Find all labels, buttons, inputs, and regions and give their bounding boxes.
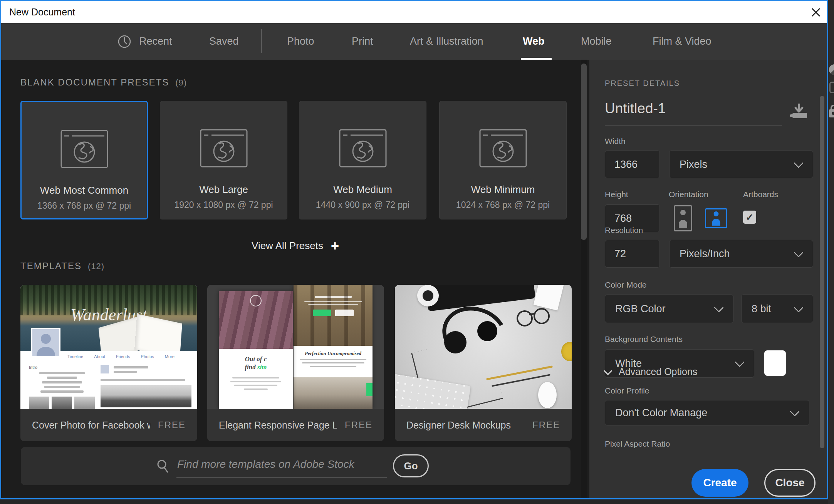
- advanced-options-toggle[interactable]: Advanced Options: [605, 366, 697, 377]
- orientation-label: Orientation: [669, 190, 708, 199]
- tab-label: Print: [352, 35, 373, 47]
- background-color-swatch[interactable]: [764, 350, 786, 376]
- tab-recent[interactable]: Recent: [117, 23, 172, 60]
- preset-card-web-medium[interactable]: Web Medium 1440 x 900 px @ 72 ppi: [299, 101, 426, 219]
- check-icon: ✓: [746, 212, 754, 223]
- save-preset-icon[interactable]: [789, 104, 809, 120]
- tab-label: Art & Illustration: [410, 35, 483, 47]
- create-label: Create: [703, 477, 737, 489]
- template-caption: Cover Photo for Facebook with I... FREE: [20, 409, 197, 441]
- tab-art-illustration[interactable]: Art & Illustration: [410, 23, 483, 60]
- template-title: Elegant Responsive Page Layout: [219, 420, 337, 431]
- tab-saved[interactable]: Saved: [209, 23, 239, 60]
- preset-dimensions: 1440 x 900 px @ 72 ppi: [316, 200, 409, 210]
- chevron-down-icon: [794, 158, 803, 168]
- dialog-title: New Document: [9, 7, 75, 18]
- preset-card-web-minimum[interactable]: Web Minimum 1024 x 768 px @ 72 ppi: [439, 101, 567, 219]
- thumbnail-serif-accent: sim: [257, 363, 267, 371]
- width-input[interactable]: [605, 151, 660, 178]
- template-card-designer-desk[interactable]: Designer Desk Mockups FREE: [395, 285, 572, 441]
- preset-card-web-most-common[interactable]: Web Most Common 1366 x 768 px @ 72 ppi: [20, 101, 148, 219]
- template-title: Cover Photo for Facebook with I...: [32, 420, 150, 431]
- chevron-down-icon: [735, 357, 744, 367]
- width-unit-value: Pixels: [680, 159, 707, 171]
- bit-depth-dropdown[interactable]: 8 bit: [741, 295, 813, 323]
- create-button[interactable]: Create: [691, 469, 748, 497]
- screen: New Document Recent Saved Photo Print Ar…: [0, 0, 834, 504]
- search-icon: [156, 459, 170, 474]
- tab-photo[interactable]: Photo: [287, 23, 314, 60]
- chevron-down-icon: [794, 303, 803, 312]
- preset-details-header: PRESET DETAILS: [605, 79, 680, 88]
- portrait-person-icon: [679, 220, 687, 228]
- template-card-elegant-responsive[interactable]: Perfection Uncompromised Out of c find s…: [207, 285, 384, 441]
- nav-item: More: [165, 354, 175, 359]
- close-dialog-button[interactable]: [808, 4, 824, 20]
- dialog-titlebar: New Document: [1, 1, 827, 23]
- resolution-unit-value: Pixels/Inch: [680, 248, 730, 260]
- orientation-landscape-button[interactable]: [705, 208, 727, 228]
- close-icon: [811, 7, 821, 17]
- panel-frame-icon: [829, 82, 834, 93]
- free-badge: FREE: [345, 420, 373, 430]
- thumbnail-serif-line1: Out of c: [219, 355, 293, 363]
- close-button[interactable]: Close: [764, 469, 816, 497]
- document-name-field[interactable]: Untitled-1: [605, 100, 666, 117]
- orientation-portrait-button[interactable]: [674, 205, 692, 231]
- name-underline: [605, 125, 782, 126]
- template-caption: Elegant Responsive Page Layout FREE: [207, 409, 384, 441]
- web-globe-icon: [60, 130, 108, 168]
- template-thumbnail: [395, 285, 572, 409]
- tab-film-video[interactable]: Film & Video: [653, 23, 712, 60]
- stock-search-input[interactable]: [176, 456, 386, 472]
- main-scrollbar-thumb[interactable]: [581, 64, 587, 240]
- background-contents-label: Background Contents: [605, 335, 683, 344]
- background-app-strip: [828, 0, 834, 504]
- height-label: Height: [605, 190, 628, 199]
- view-all-presets-button[interactable]: View All Presets +: [1, 240, 589, 252]
- preset-card-web-large[interactable]: Web Large 1920 x 1080 px @ 72 ppi: [160, 101, 287, 219]
- artboards-label: Artboards: [743, 190, 778, 199]
- preset-name: Web Large: [199, 184, 248, 196]
- template-thumbnail: Perfection Uncompromised Out of c find s…: [207, 285, 384, 409]
- color-mode-value: RGB Color: [615, 303, 666, 315]
- tab-label: Film & Video: [653, 35, 712, 47]
- view-all-presets-label: View All Presets: [252, 240, 323, 252]
- avatar: [31, 328, 60, 357]
- thumbnail-headline: Perfection Uncompromised: [294, 350, 373, 357]
- templates-header-label: TEMPLATES: [20, 261, 82, 271]
- plus-icon: +: [331, 241, 339, 251]
- preset-name: Web Medium: [333, 184, 392, 196]
- web-globe-icon: [479, 129, 527, 167]
- width-unit-dropdown[interactable]: Pixels: [669, 151, 813, 178]
- preset-name: Web Most Common: [40, 184, 128, 196]
- color-mode-dropdown[interactable]: RGB Color: [605, 295, 733, 323]
- web-globe-icon: [200, 129, 248, 167]
- web-globe-icon: [339, 129, 387, 167]
- thumbnail-intro-label: Intro: [29, 365, 95, 370]
- color-profile-value: Don't Color Manage: [615, 407, 707, 419]
- template-title: Designer Desk Mockups: [406, 420, 511, 431]
- portrait-person-icon: [680, 210, 686, 215]
- resolution-unit-dropdown[interactable]: Pixels/Inch: [669, 240, 813, 268]
- template-thumbnail: Wanderlust Timeline About Friends Photos…: [20, 285, 197, 409]
- tab-mobile[interactable]: Mobile: [581, 23, 612, 60]
- tab-print[interactable]: Print: [352, 23, 373, 60]
- artboards-checkbox[interactable]: ✓: [743, 211, 756, 224]
- go-button[interactable]: Go: [393, 454, 429, 477]
- color-profile-dropdown[interactable]: Don't Color Manage: [605, 400, 809, 425]
- landscape-person-icon: [714, 211, 719, 216]
- preset-name: Web Minimum: [471, 184, 535, 196]
- template-card-facebook-cover[interactable]: Wanderlust Timeline About Friends Photos…: [20, 285, 197, 441]
- lock-icon: [832, 112, 834, 115]
- advanced-options-label: Advanced Options: [619, 366, 697, 377]
- resolution-input[interactable]: [605, 240, 660, 268]
- bit-depth-value: 8 bit: [752, 303, 771, 315]
- panel-scrollbar-thumb[interactable]: [820, 96, 824, 448]
- tab-web[interactable]: Web: [523, 23, 545, 60]
- free-badge: FREE: [158, 420, 186, 430]
- width-label: Width: [605, 137, 626, 146]
- template-caption: Designer Desk Mockups FREE: [395, 409, 572, 441]
- nav-item: Friends: [116, 354, 130, 359]
- free-badge: FREE: [532, 420, 560, 430]
